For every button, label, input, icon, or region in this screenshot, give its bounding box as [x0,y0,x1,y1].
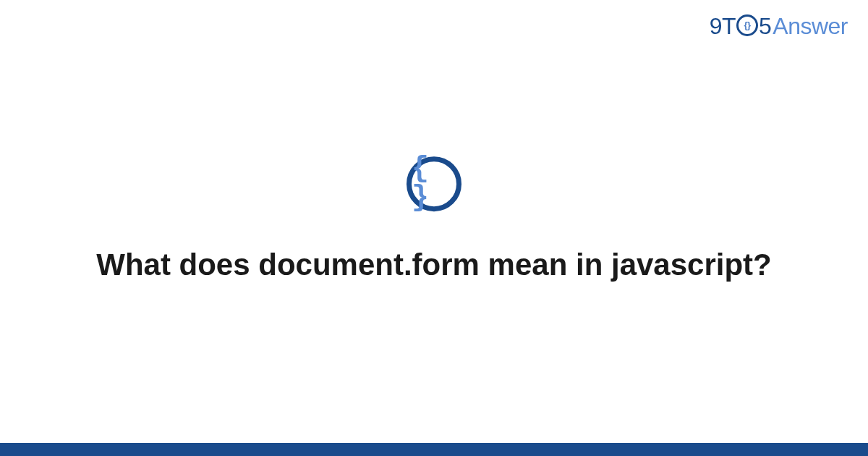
question-title: What does document.form mean in javascri… [96,246,772,284]
main-content: { } What does document.form mean in java… [0,156,868,284]
logo-text-9t: 9T [710,13,736,40]
code-braces-icon: { } [412,155,456,213]
topic-icon-circle: { } [407,156,461,211]
bottom-accent-bar [0,443,868,456]
logo-circle-inner: {} [744,20,750,30]
logo-circle-icon: {} [736,14,758,36]
logo-text-answer: Answer [773,13,848,40]
logo-text-5: 5 [759,13,771,40]
site-logo: 9T {} 5 Answer [710,13,848,40]
